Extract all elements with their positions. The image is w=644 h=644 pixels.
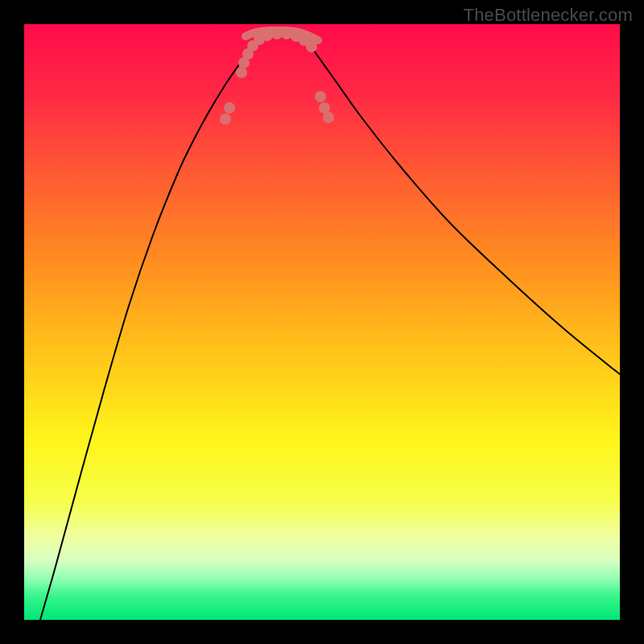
marker-dot <box>306 41 317 52</box>
marker-dot <box>323 112 334 123</box>
plot-area <box>24 24 620 620</box>
marker-dot <box>224 102 235 114</box>
marker-dot <box>220 114 231 125</box>
marker-dot <box>271 28 283 39</box>
marker-dot <box>262 30 273 41</box>
curve-layer <box>24 24 620 620</box>
marker-dot <box>315 91 326 102</box>
chart-frame: TheBottlenecker.com <box>0 0 644 644</box>
marker-dot <box>281 28 292 39</box>
marker-dot <box>319 102 330 114</box>
watermark-text: TheBottlenecker.com <box>464 5 633 26</box>
marker-dot <box>236 67 247 78</box>
right-curve <box>302 35 620 374</box>
